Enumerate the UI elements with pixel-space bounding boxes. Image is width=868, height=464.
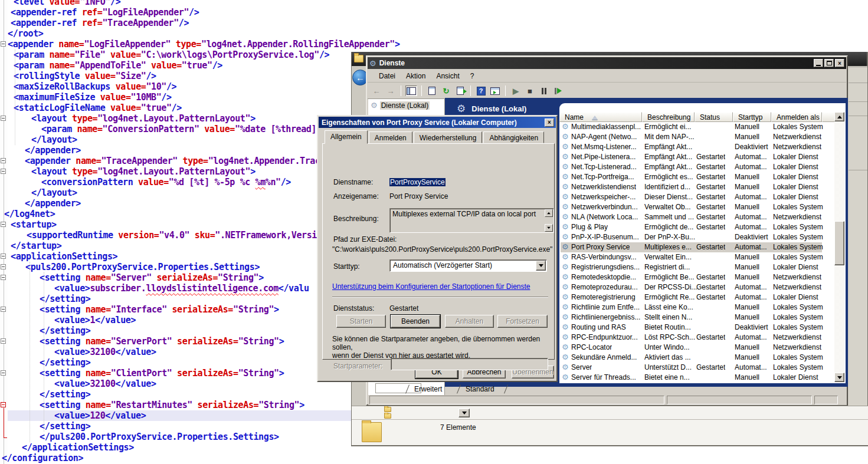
startoptions-help-link[interactable]: Unterstützung beim Konfigurieren der Sta… — [332, 282, 530, 291]
code-line[interactable]: </puls200.PortProxyService.Properties.Se… — [40, 432, 279, 442]
code-line[interactable]: <layout type="log4net.Layout.PatternLayo… — [31, 166, 256, 177]
code-line[interactable]: <staticLogFileName value="true"/> — [14, 103, 182, 113]
forward-icon[interactable]: → — [385, 85, 397, 96]
menu-item-datei[interactable]: Datei — [374, 71, 401, 81]
startparameter-input[interactable] — [391, 358, 548, 370]
code-line[interactable]: <param name="AppendToFile" value="true"/… — [14, 60, 222, 71]
export-list-icon[interactable] — [454, 85, 466, 96]
code-line[interactable]: </appender> — [25, 198, 81, 209]
code-line[interactable]: <param name="File" value="C:\work\logs\P… — [14, 50, 329, 60]
start-service-icon[interactable]: ▶ — [510, 85, 522, 96]
properties-icon[interactable] — [426, 85, 438, 96]
code-line[interactable]: </setting> — [40, 421, 90, 432]
service-row[interactable]: ⚙ServerUnterstützt D...GestartetAutomat.… — [559, 363, 831, 373]
tab-abhängigkeiten[interactable]: Abhängigkeiten — [483, 131, 544, 143]
code-line[interactable]: </applicationSettings> — [22, 442, 134, 453]
service-row[interactable]: ⚙RemoteregistrierungErmöglicht Re...Gest… — [559, 292, 831, 302]
code-line[interactable]: <startup> — [11, 219, 57, 230]
service-row[interactable]: ⚙Sekundäre Anmeld...Aktiviert das ...Man… — [559, 353, 831, 363]
service-row[interactable]: ⚙NAP-Agent (Netwo...Mit dem NAP-...Manue… — [559, 132, 831, 142]
code-line[interactable]: </setting> — [40, 357, 90, 368]
fold-toggle[interactable] — [1, 370, 6, 376]
service-row[interactable]: ⚙Net.Tcp-Portfreiga...Ermöglicht es...Ge… — [559, 172, 831, 182]
code-line[interactable]: <supportedRuntime version="v4.0" sku=".N… — [27, 230, 322, 241]
code-line[interactable]: </setting> — [40, 325, 90, 336]
column-header-starttyp[interactable]: Starttyp — [733, 112, 771, 122]
service-row[interactable]: ⚙Netzwerkverbindun...Verwaltet Ob...Gest… — [559, 202, 831, 212]
service-row[interactable]: ⚙Remotedesktopdie...Ermöglicht Be...Gest… — [559, 272, 831, 282]
back-icon[interactable]: ← — [371, 85, 382, 96]
minimize-button[interactable] — [814, 59, 823, 67]
code-line[interactable]: </log4net> — [4, 209, 55, 219]
service-row[interactable]: ⚙RPC-LocatorUnter Windo...ManuellNetzwer… — [559, 343, 831, 353]
scroll-down-button[interactable] — [545, 224, 553, 232]
beenden-button[interactable]: Beenden — [391, 315, 440, 328]
code-line[interactable]: <value>1</value> — [54, 315, 136, 325]
service-row[interactable]: ⚙Port Proxy ServiceMultiplexes e...Gesta… — [559, 242, 831, 252]
code-line[interactable]: <param name="ConversionPattern" value="%… — [41, 124, 337, 134]
dienstname-value[interactable]: PortProxyService — [389, 178, 446, 186]
list-tab-erweitert[interactable]: Erweitert — [414, 385, 442, 393]
vertical-scrollbar[interactable] — [834, 112, 844, 382]
fold-toggle-selected[interactable] — [1, 402, 6, 407]
code-fold-margin[interactable] — [0, 0, 8, 464]
fold-toggle[interactable] — [1, 116, 6, 121]
service-row[interactable]: ⚙Richtlinienergebniss...Stellt einen N..… — [559, 312, 831, 323]
code-line[interactable]: </appender> — [25, 145, 81, 156]
code-line[interactable]: </setting> — [40, 389, 90, 400]
code-line[interactable]: <appender-ref ref="TraceAppender"/> — [11, 18, 189, 28]
service-row[interactable]: ⚙NLA (Network Loca...Sammelt und ...Gest… — [559, 212, 831, 222]
code-line[interactable]: </setting> — [40, 294, 90, 304]
code-line[interactable]: <appender name="LogFileAppender" type="l… — [8, 39, 400, 50]
close-button[interactable]: × — [835, 59, 844, 67]
code-line[interactable]: <maxSizeRollBackups value="10"/> — [14, 81, 176, 92]
starttyp-dropdown[interactable]: Automatisch (Verzögerter Start) — [389, 259, 547, 272]
service-row[interactable]: ⚙Richtlinie zum Entfe...Lässt eine Ko...… — [559, 302, 831, 312]
menu-item-help[interactable]: ? — [465, 71, 480, 81]
menu-item-aktion[interactable]: Aktion — [401, 71, 431, 81]
fold-toggle[interactable] — [1, 307, 6, 312]
tab-wiederherstellung[interactable]: Wiederherstellung — [414, 131, 483, 143]
tab-allgemein[interactable]: Allgemein — [325, 130, 368, 144]
extended-view-icon[interactable] — [489, 85, 501, 96]
menu-item-ansicht[interactable]: Ansicht — [431, 71, 464, 81]
code-line[interactable]: <maximumFileSize value="10MB"/> — [14, 92, 172, 103]
code-line[interactable]: <setting name="ServerPort" serializeAs="… — [40, 336, 284, 347]
code-line[interactable]: <setting name="RestartMinutes" serialize… — [40, 400, 304, 410]
fold-toggle[interactable] — [1, 41, 6, 47]
code-line[interactable]: </startup> — [11, 241, 61, 251]
column-header-status[interactable]: Status — [695, 112, 733, 122]
code-line[interactable]: </layout> — [31, 134, 77, 145]
console-tree-icon[interactable] — [405, 85, 417, 96]
service-row[interactable]: ⚙Net.Msmq-Listener...Empfängt Akt...Deak… — [559, 142, 831, 152]
beschreibung-field[interactable]: Multiplexes external TCP/IP data on loca… — [389, 208, 554, 233]
service-row[interactable]: ⚙RAS-Verbindungsv...Verwaltet Ein...Manu… — [559, 252, 831, 262]
code-line[interactable]: <applicationSettings> — [11, 251, 117, 262]
dropdown-button[interactable] — [536, 261, 546, 271]
fold-toggle[interactable] — [1, 338, 6, 344]
folder-list-item[interactable] — [384, 406, 455, 412]
code-line[interactable]: </layout> — [31, 187, 77, 198]
help-icon[interactable]: ? — [475, 85, 487, 96]
tree-item-dienste-lokal[interactable]: ⚙ Dienste (Lokal) — [368, 99, 444, 110]
service-row[interactable]: ⚙Netzwerkspeicher-...Dieser Dienst...Ges… — [559, 192, 831, 202]
scrollbar-thumb[interactable] — [834, 221, 844, 265]
restart-service-icon[interactable] — [552, 85, 564, 96]
code-line[interactable]: <layout type="log4net.Layout.PatternLayo… — [31, 113, 256, 124]
dialog-close-button[interactable]: × — [545, 119, 554, 127]
service-row[interactable]: ⚙NetzwerklistendienstIdentifiziert d...G… — [559, 182, 831, 192]
fold-toggle[interactable] — [1, 264, 6, 269]
service-row[interactable]: ⚙Plug & PlayErmöglicht de...GestartetAut… — [559, 222, 831, 232]
service-row[interactable]: ⚙RPC-Endpunktzuor...Löst RPC-Sch...Gesta… — [559, 333, 831, 343]
service-row[interactable]: ⚙PnP-X-IP-Busenum...Der PnP-X-Bu...Deakt… — [559, 232, 831, 242]
scroll-up-button[interactable] — [834, 112, 844, 121]
refresh-icon[interactable]: ↻ — [440, 85, 452, 96]
stop-service-icon[interactable]: ■ — [524, 85, 536, 96]
service-row[interactable]: ⚙Remoteprozedurau...Der RPCSS-Di...Gesta… — [559, 282, 831, 292]
list-tab-standard[interactable]: Standard — [466, 385, 494, 393]
fold-toggle[interactable] — [1, 254, 6, 259]
folder-list-item[interactable] — [384, 413, 455, 419]
code-line[interactable]: <setting name="ClientPort" serializeAs="… — [40, 368, 284, 379]
tab-anmelden[interactable]: Anmelden — [369, 131, 412, 143]
scroll-down-button[interactable] — [834, 373, 844, 382]
